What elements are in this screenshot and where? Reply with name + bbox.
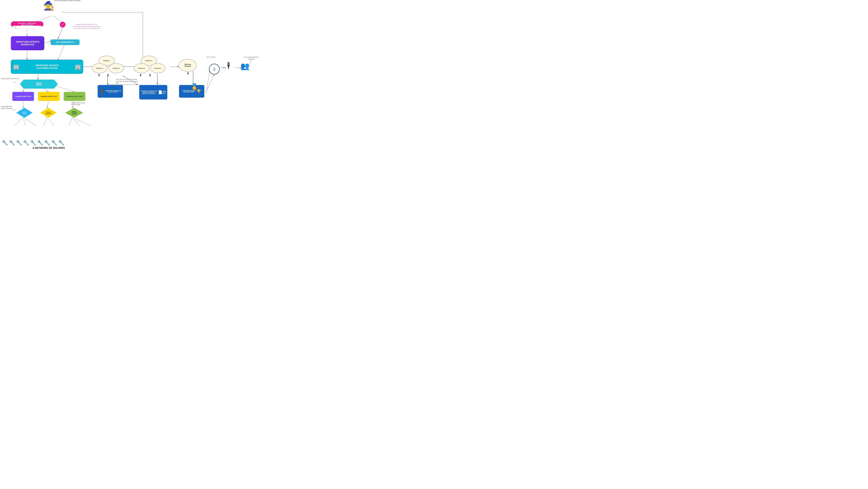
svg-line-16 — [14, 118, 23, 126]
svg-line-18 — [23, 118, 36, 126]
svg-line-28 — [170, 66, 179, 67]
solution-1-g2-label: Solution 1 — [145, 60, 152, 61]
stakes-sliq-box: Stakes$LIQ — [16, 108, 33, 118]
solution-3-g2-label: Solution 3 — [154, 67, 161, 69]
clearing-house-icon-left: 🏢 — [13, 64, 19, 70]
solver-figure-2: 🔧 — [9, 140, 15, 146]
dao-eth-note: DAOs could also acceptETH for staking — [71, 102, 93, 105]
liquidity-solver-dao: Liquidity Solver DAO — [12, 92, 34, 101]
network-label-text: A NETWORK OF SOLVERS — [33, 147, 65, 149]
stakes-sclaim-box: Stakes$CLAIMor $ETH — [65, 108, 83, 118]
clearing-house-icon-right: 🏢 — [75, 64, 81, 70]
solver-revenue-annotation: solver revenue — [206, 56, 216, 58]
svg-line-22 — [72, 118, 80, 126]
wavy-ich: 〜 — [13, 81, 16, 84]
claiming-solver-dao: Claiming Solver DAO — [64, 92, 85, 101]
solution-2-g2-label: Solution 2 — [138, 67, 145, 69]
zk-simulate-box: 🗄️ APERTURE ZK-SIMULATE(DATA VALIDITY) — [98, 85, 123, 98]
solution-2-group1: Solution 2 — [92, 63, 107, 73]
clearing-house-box: 🏢 APERTURE INTENTSCLEARING HOUSE 🏢 — [11, 60, 83, 74]
claiming-dao-label: Claiming Solver DAO — [66, 95, 83, 97]
off-chain-annotation: Some intents require off chain data.This… — [116, 79, 145, 85]
hedging-solver-dao: Hedging Solver DAO — [38, 92, 60, 101]
svg-line-14 — [47, 101, 49, 108]
wavy-dao: 〜 — [13, 109, 16, 112]
stakes-saptr-box: StakesSAPTR — [20, 80, 58, 89]
staking-note-dao: staking required toaccess solver DAO — [1, 105, 12, 110]
down-arrow-g2: ⬇ — [149, 73, 151, 77]
solution-3-g1-label: Solution 3 — [113, 67, 120, 69]
solver-figure-1: 🔧 — [2, 140, 8, 146]
solver-person-icon: 🕴️ — [224, 62, 233, 70]
svg-line-8 — [58, 43, 65, 60]
zk-simulate-label: APERTURE ZK-SIMULATE(DATA VALIDITY) — [105, 90, 121, 93]
stakes-sliq-label: Stakes$LIQ — [22, 111, 27, 115]
up-arrow-g2: ⬆ — [139, 73, 142, 77]
down-arrow-g1: ⬇ — [107, 73, 110, 77]
svg-line-17 — [23, 118, 25, 126]
down-arrow-winning: ⬇ — [187, 71, 189, 75]
stakes-shedge-box: Stakes$HEDGE — [40, 108, 56, 118]
solver-figure-7: 🔧 — [44, 140, 51, 146]
checkmark-icon: ✓ — [60, 22, 65, 28]
ranking-execution-label: APERTURE RANKINGAND EXECUTION — [182, 90, 195, 93]
solver-network-figures: 🔧 🔧 🔧 🔧 🔧 🔧 🔧 🔧 🔧 — [2, 140, 65, 146]
off-chain-text: Some intents require off chain data.This… — [116, 79, 138, 84]
ethereum-circle: ⟠ — [209, 64, 220, 74]
svg-line-37 — [206, 74, 214, 91]
staking-note-ich-text: staking required to access ICH — [1, 78, 19, 80]
wizard-icon: 🧙 — [43, 1, 54, 10]
solution-3-group1: Solution 3 — [108, 63, 124, 73]
network-label: A NETWORK OF SOLVERS — [33, 147, 65, 149]
search-icon: 🔍 — [14, 26, 16, 28]
wizard-label: user harnessing the magic of Intents — [54, 0, 81, 1]
solution-3-group2: Solution 3 — [150, 63, 165, 73]
dsl-expression-box: DSL EXPRESSION #1 — [51, 39, 80, 45]
intents-annotation: Intents Interface translates to DSLto be… — [69, 24, 105, 30]
verification-sc-label: APERTURE VERIFICATIONSMART CONTRACT(END … — [141, 90, 157, 94]
up-arrow-g1: ⬆ — [98, 73, 100, 77]
intents-interface-box: APERTURE INTENTS INTERFACE — [11, 36, 44, 50]
solver-figure-5: 🔧 — [30, 140, 36, 146]
stakes-sclaim-label: Stakes$CLAIMor $ETH — [72, 111, 77, 115]
intents-interface-label: APERTURE INTENTS INTERFACE — [14, 40, 41, 46]
solver-vault-annotation: solver vault participants(optional) — [241, 56, 262, 60]
stakes-saptr-label: StakesSAPTR — [36, 82, 42, 86]
solution-2-g1-label: Solution 2 — [96, 67, 103, 69]
nl-search-input[interactable]: 🔍 — [12, 26, 42, 29]
svg-line-4 — [44, 41, 51, 43]
solution-2-group2: Solution 2 — [134, 63, 149, 73]
staking-note-ich: staking required to access ICH — [1, 78, 19, 80]
wizard-figure: user harnessing the magic of Intents 🧙 — [43, 1, 54, 10]
staking-note-dao-text: staking required toaccess solver DAO — [1, 105, 12, 109]
solver-figure-9: 🔧 — [58, 140, 65, 146]
intents-annotation-text: Intents Interface translates to DSLto be… — [73, 24, 101, 29]
svg-line-19 — [43, 118, 47, 126]
dsl-expression-label: DSL EXPRESSION #1 — [56, 41, 74, 43]
solver-vault-text: solver vault participants(optional) — [244, 56, 259, 60]
svg-line-0 — [36, 16, 51, 22]
hedging-dao-label: Hedging Solver DAO — [41, 95, 57, 97]
podium-icon: 🏅 — [191, 83, 198, 90]
solver-figure-3: 🔧 — [16, 140, 22, 146]
ethereum-symbol: ⟠ — [213, 67, 215, 71]
solver-figure-6: 🔧 — [37, 140, 43, 146]
verification-sc-box: APERTURE VERIFICATIONSMART CONTRACT(END … — [139, 85, 167, 99]
dao-eth-note-text: DAOs could also acceptETH for staking — [71, 102, 85, 105]
solver-revenue-text: solver revenue — [206, 56, 216, 58]
diagram: user harnessing the magic of Intents 🧙 N… — [0, 0, 271, 153]
svg-line-23 — [72, 118, 90, 126]
stakes-shedge-label: Stakes$HEDGE — [45, 111, 51, 115]
svg-line-21 — [69, 118, 72, 126]
people-group-icon: 👥 — [241, 62, 250, 70]
winning-solution-label: WinningSolution — [184, 63, 191, 67]
svg-line-2 — [58, 28, 63, 39]
solution-1-g1-label: Solution 1 — [103, 60, 110, 61]
liquidity-dao-label: Liquidity Solver DAO — [15, 95, 31, 97]
svg-line-30 — [206, 71, 210, 93]
solver-figure-4: 🔧 — [23, 140, 29, 146]
solver-figure-8: 🔧 — [51, 140, 58, 146]
clearing-house-label: APERTURE INTENTSCLEARING HOUSE — [35, 64, 59, 69]
winning-solution-cloud: WinningSolution — [179, 59, 197, 71]
nl-declaration-label: NATURAL LANGUAGE DECLARATION — [19, 23, 36, 26]
